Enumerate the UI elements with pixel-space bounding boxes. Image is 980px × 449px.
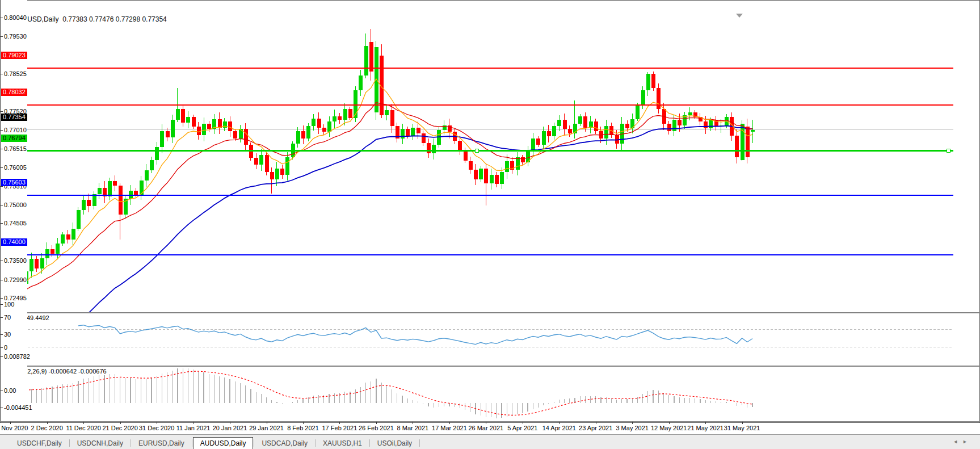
line-price-label: 0.79023: [1, 52, 27, 59]
tab-scroll-right-icon[interactable]: ►: [962, 439, 972, 444]
date-axis-label: 17 Mar 2021: [432, 425, 467, 431]
rsi-scale-label: 70: [4, 314, 11, 321]
macd-panel-splitter[interactable]: [0, 366, 980, 367]
date-axis-label: 31 Dec 2020: [139, 425, 174, 431]
date-tick: [157, 422, 157, 424]
rsi-scale-tick: [1, 317, 3, 318]
date-tick: [267, 422, 267, 424]
chart-tab-eurusd[interactable]: EURUSD,Daily: [132, 438, 191, 449]
date-axis-label: 8 Mar 2021: [397, 425, 429, 431]
rsi-scale-tick: [1, 304, 3, 305]
line-price-label: 0.74000: [1, 238, 27, 246]
price-tick: [1, 167, 3, 168]
price-tick: [1, 74, 3, 74]
date-axis-label: 11 Jan 2021: [176, 425, 211, 431]
tab-scroll-left-icon[interactable]: ◄: [953, 439, 962, 444]
chart-tab-usdchf[interactable]: USDCHF,Daily: [10, 438, 69, 449]
date-axis-label: 12 May 2021: [651, 425, 687, 431]
rsi-panel-splitter[interactable]: [0, 312, 980, 313]
date-axis-label: 8 Feb 2021: [287, 425, 319, 431]
chart-title-row: ▼AUDUSD,Daily 0.77383 0.77476 0.77298 0.…: [5, 15, 167, 23]
rsi-line: [78, 325, 752, 345]
chart-tab-usdcnh[interactable]: USDCNH,Daily: [70, 438, 130, 449]
date-axis-label: 3 May 2021: [616, 425, 648, 431]
macd-scale-tick: [1, 356, 3, 357]
price-axis-label: 0.76005: [4, 164, 27, 171]
line-price-label: 0.75603: [1, 179, 27, 186]
price-tick: [1, 36, 3, 37]
tab-separator: [192, 439, 192, 447]
date-tick: [339, 422, 340, 424]
tab-separator: [419, 439, 420, 447]
rsi-scale-label: 30: [4, 331, 11, 338]
price-axis-label: 0.74505: [4, 220, 27, 226]
date-axis-label: 17 Feb 2021: [322, 425, 357, 431]
macd-scale-label: -0.004451: [4, 404, 32, 411]
line-selection-handle[interactable]: [947, 149, 950, 153]
price-tick: [1, 149, 3, 149]
line-selection-handle[interactable]: [475, 149, 478, 153]
macd-scale-tick: [1, 391, 3, 391]
date-axis-separator: [0, 421, 980, 422]
price-tick: [1, 18, 3, 18]
date-axis-label: 26 Mar 2021: [468, 425, 503, 431]
date-tick: [10, 422, 11, 424]
current-price-label: 0.77354: [1, 114, 27, 121]
date-axis-label: 21 Dec 2020: [102, 425, 137, 431]
date-tick: [449, 422, 450, 424]
date-axis-label: 21 May 2021: [687, 425, 724, 431]
date-tick: [120, 422, 121, 424]
date-axis-label: 11 Dec 2020: [66, 425, 101, 431]
date-tick: [596, 422, 596, 424]
price-tick: [1, 261, 3, 261]
macd-scale-label: 0.008782: [4, 353, 30, 360]
macd-scale-label: 0.00: [4, 387, 16, 394]
price-tick: [1, 130, 3, 131]
date-tick: [669, 422, 670, 424]
chart-tab-usoil[interactable]: USOil,Daily: [371, 438, 419, 449]
rsi-scale-label: 100: [4, 301, 14, 308]
macd-scale-tick: [1, 408, 3, 408]
rsi-scale-tick: [1, 334, 3, 335]
macd-signal-line: [5, 371, 752, 415]
chart-tabs: USDCHF,DailyUSDCNH,DailyEURUSD,DailyAUDU…: [10, 437, 420, 449]
price-tick: [1, 111, 3, 112]
price-tick: [1, 298, 3, 299]
tab-separator: [254, 439, 254, 447]
metatrader-window: { "toolbar": { "tools": [ {"name": "expe…: [0, 0, 980, 449]
date-axis-label: 14 Apr 2021: [542, 425, 576, 431]
tab-separator: [369, 439, 370, 447]
line-price-label: 0.78032: [1, 89, 27, 96]
price-axis-label: 0.80040: [4, 14, 27, 21]
price-axis-label: 0.76515: [4, 145, 27, 152]
chart-tab-xauusd[interactable]: XAUUSD,H1: [316, 438, 369, 449]
date-axis-label: 23 Nov 2020: [0, 425, 28, 431]
date-tick: [632, 422, 633, 424]
date-tick: [413, 422, 413, 424]
price-axis-label: 0.75000: [4, 202, 27, 208]
chart-tab-audusd[interactable]: AUDUSD,Daily: [193, 437, 254, 449]
main-price-chart[interactable]: [0, 12, 953, 313]
date-tick: [194, 422, 194, 424]
price-axis-label: 0.79530: [4, 33, 27, 40]
macd-indicator-panel[interactable]: [0, 366, 953, 421]
tab-separator: [69, 439, 70, 447]
rsi-scale-label: 0: [4, 344, 7, 351]
date-tick: [486, 422, 486, 424]
chart-tab-usdcad[interactable]: USDCAD,Daily: [255, 438, 314, 449]
date-axis-label: 26 Feb 2021: [359, 425, 394, 431]
line-price-label: 0.76794: [1, 135, 27, 142]
ohlc-values: 0.77383 0.77476 0.77298 0.77354: [62, 15, 167, 23]
price-axis[interactable]: 0.800400.795300.785250.775200.770100.765…: [0, 0, 27, 421]
price-axis-label: 0.72990: [4, 276, 27, 283]
date-axis-label: 29 Jan 2021: [249, 425, 284, 431]
chart-tab-bar: USDCHF,DailyUSDCNH,DailyEURUSD,DailyAUDU…: [0, 434, 980, 449]
chart-shift-marker[interactable]: [736, 14, 743, 18]
date-tick: [559, 422, 560, 424]
date-tick: [376, 422, 377, 424]
date-tick: [303, 422, 304, 424]
date-axis-label: 31 May 2021: [724, 425, 760, 431]
rsi-indicator-panel[interactable]: [0, 313, 953, 366]
date-axis-label: 5 Apr 2021: [507, 425, 537, 431]
date-tick: [83, 422, 84, 424]
